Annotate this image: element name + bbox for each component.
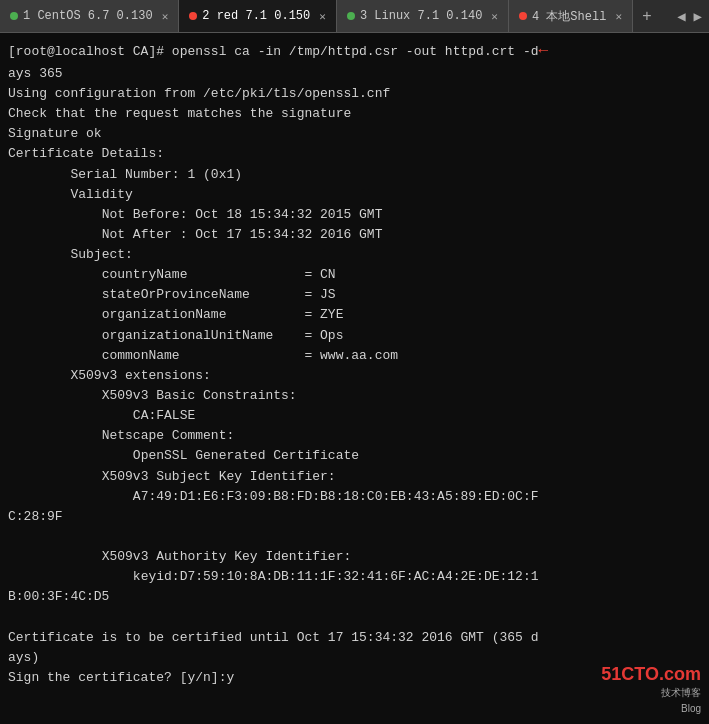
tab-add-button[interactable]: + (633, 0, 661, 32)
watermark-logo: 51CTO.com (601, 665, 701, 685)
watermark: 51CTO.com 技术博客 Blog (601, 665, 701, 716)
tab-label-red: 2 red 7.1 0.150 (202, 9, 310, 23)
tab-dot-centos (10, 12, 18, 20)
tab-linux[interactable]: 3 Linux 7.1 0.140 ✕ (337, 0, 509, 32)
tab-nav-left[interactable]: ◀ (674, 8, 688, 25)
tab-dot-red (189, 12, 197, 20)
tab-close-red[interactable]: ✕ (319, 10, 326, 23)
terminal-output: [root@localhost CA]# openssl ca -in /tmp… (8, 39, 701, 724)
tab-close-centos[interactable]: ✕ (162, 10, 169, 23)
tab-dot-local (519, 12, 527, 20)
tab-close-linux[interactable]: ✕ (491, 10, 498, 23)
tab-label-centos: 1 CentOS 6.7 0.130 (23, 9, 153, 23)
tab-centos[interactable]: 1 CentOS 6.7 0.130 ✕ (0, 0, 179, 32)
tab-close-local[interactable]: ✕ (615, 10, 622, 23)
tab-navigation: ◀ ▶ (670, 8, 709, 25)
watermark-sub: 技术博客 (661, 685, 701, 701)
tab-bar: 1 CentOS 6.7 0.130 ✕ 2 red 7.1 0.150 ✕ 3… (0, 0, 709, 33)
tab-label-linux: 3 Linux 7.1 0.140 (360, 9, 482, 23)
tab-red[interactable]: 2 red 7.1 0.150 ✕ (179, 0, 337, 32)
tab-label-local: 4 本地Shell (532, 8, 606, 25)
tab-nav-right[interactable]: ▶ (691, 8, 705, 25)
tab-dot-linux (347, 12, 355, 20)
watermark-blog: Blog (681, 701, 701, 717)
tab-local[interactable]: 4 本地Shell ✕ (509, 0, 633, 32)
terminal-area[interactable]: [root@localhost CA]# openssl ca -in /tmp… (0, 33, 709, 724)
